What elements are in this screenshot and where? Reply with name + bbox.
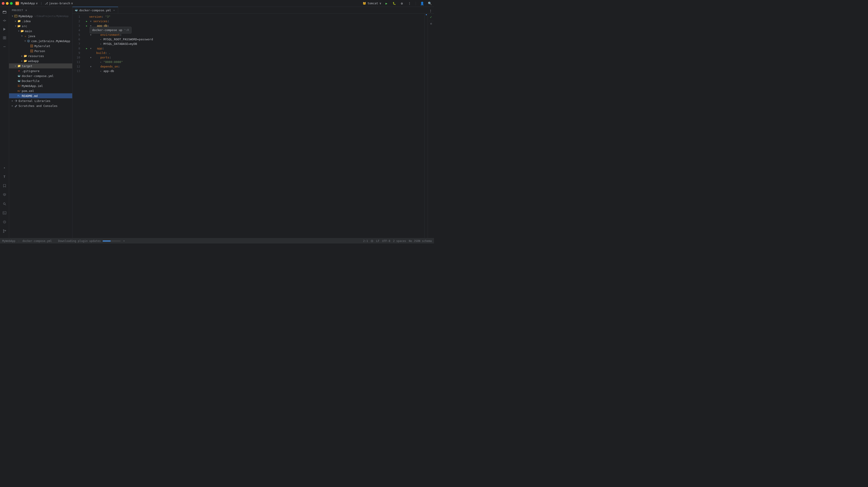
editor-area: 🐳 docker-compose.yml × ⋮ 1 2 3 4 5 6 7 8…	[72, 7, 434, 238]
run-gutter-btn-2[interactable]: ▶	[85, 20, 88, 23]
minimize-button[interactable]	[6, 2, 9, 5]
status-encoding-label: UTF-8	[382, 239, 390, 243]
main-layout: ⋯ ✦ T	[0, 7, 434, 238]
bookmark-icon	[3, 184, 6, 187]
activity-run[interactable]	[1, 25, 8, 33]
status-project[interactable]: MyWebApp	[2, 239, 16, 243]
tree-item-webapp[interactable]: ▶ 📂 webapp	[9, 58, 72, 63]
run-gutter-btn-3[interactable]: ▶	[85, 24, 88, 27]
tree-item-docker-compose[interactable]: ▶ 🐳 docker-compose.yml	[9, 73, 72, 79]
status-bar-left: MyWebApp › docker-compose.yml Downloadin…	[2, 239, 126, 243]
tab-bar: 🐳 docker-compose.yml × ⋮	[72, 7, 434, 13]
tab-label: docker-compose.yml	[79, 9, 111, 12]
expand-arrow: ▶	[11, 104, 14, 108]
activity-clock[interactable]	[1, 218, 8, 226]
fold-btn-12[interactable]: ▼	[89, 65, 92, 68]
run-config-selector[interactable]: 🐱 tomcat ∨	[363, 2, 381, 5]
tree-item-myservlet[interactable]: ▶ MyServlet	[9, 43, 72, 49]
vcs-icon	[371, 240, 373, 242]
tree-item-iml[interactable]: ▶ IJ MyWebApp.iml	[9, 83, 72, 88]
tab-docker-compose[interactable]: 🐳 docker-compose.yml ×	[72, 7, 118, 13]
gitignore-icon: ⊘	[17, 69, 21, 73]
code-line-3: ▶ ▼ app-db:	[85, 24, 425, 28]
activity-search[interactable]	[1, 200, 8, 208]
expand-arrow: ▼	[24, 39, 27, 42]
close-button[interactable]	[2, 2, 4, 5]
user-button[interactable]: 👤	[420, 1, 425, 6]
tree-item-pom[interactable]: ▶ m/ pom.xml	[9, 88, 72, 93]
expand-arrow: ▶	[11, 99, 14, 102]
status-cancel-btn[interactable]: ×	[122, 239, 126, 243]
tree-item-person[interactable]: ▶ Person	[9, 49, 72, 54]
right-gutter[interactable]	[425, 13, 428, 238]
layers-icon	[3, 193, 6, 196]
svg-point-22	[31, 51, 32, 52]
tooltip-popup: docker-compose up ⌃⇧R	[90, 27, 131, 33]
gutter-mark-1	[426, 14, 427, 15]
activity-font[interactable]: T	[1, 173, 8, 181]
run-gutter-btn-8[interactable]: ▶	[85, 47, 88, 50]
activity-layers[interactable]	[1, 191, 8, 199]
search-button[interactable]: 🔍	[427, 1, 432, 6]
tree-item-external-libs[interactable]: ▶ External Libraries	[9, 98, 72, 103]
tree-item-java[interactable]: ▼ ☕ java	[9, 33, 72, 38]
status-line-ending[interactable]: LF	[376, 239, 379, 243]
tree-item-src[interactable]: ▼ 📂 src	[9, 24, 72, 29]
tree-item-dockerfile[interactable]: ▶ 🐳 Dockerfile	[9, 79, 72, 83]
status-cursor[interactable]: 2:1	[363, 239, 368, 243]
debug-button[interactable]: 🐛	[392, 1, 397, 6]
tree-item-scratches[interactable]: ▶ Scratches and Consoles	[9, 103, 72, 108]
more-actions-button[interactable]: ⋮	[407, 1, 412, 6]
maximize-button[interactable]	[10, 2, 13, 5]
tab-close-btn[interactable]: ×	[113, 9, 116, 12]
expand-arrow: ▶	[14, 64, 17, 67]
activity-more[interactable]: ⋯	[1, 42, 8, 50]
fold-btn-2[interactable]: ▼	[89, 20, 92, 23]
sidebar-tree[interactable]: ▼ MyWebApp ~/IdeaProjects/MyWebApp ▶ 📁 .…	[9, 13, 72, 238]
code-line-12: ▼ depends_on:	[85, 64, 425, 69]
src-folder-icon: 📂	[17, 24, 21, 28]
activity-plugins[interactable]	[1, 34, 8, 42]
activity-ai[interactable]: ✦	[1, 164, 8, 172]
status-vcs[interactable]	[371, 240, 373, 242]
code-area[interactable]: docker-compose up ⌃⇧R version: "3" ▶ ▼ s…	[83, 13, 425, 238]
activity-project[interactable]	[1, 8, 8, 16]
activity-git[interactable]	[1, 227, 8, 235]
status-file[interactable]: docker-compose.yml	[23, 239, 52, 243]
status-indent[interactable]: 2 spaces	[393, 239, 406, 243]
tree-item-package[interactable]: ▼ com.jetbrains.MyWebApp	[9, 38, 72, 43]
run-button[interactable]: ▶	[384, 1, 389, 6]
activity-commit[interactable]	[1, 17, 8, 25]
activity-bookmark[interactable]	[1, 182, 8, 190]
fold-btn-5[interactable]: ▼	[89, 33, 92, 36]
fold-btn-8[interactable]: ▼	[89, 47, 92, 50]
status-downloading-text: Downloading plugin updates	[58, 239, 101, 243]
status-encoding[interactable]: UTF-8	[382, 239, 390, 243]
tree-item-resources[interactable]: ▶ 📂 resources	[9, 54, 72, 58]
activity-terminal[interactable]	[1, 209, 8, 217]
branch-chevron: ∨	[71, 2, 73, 5]
fold-btn-10[interactable]: ▼	[89, 56, 92, 59]
tree-item-mywebapp[interactable]: ▼ MyWebApp ~/IdeaProjects/MyWebApp	[9, 13, 72, 19]
branch-selector[interactable]: ⎇ javax-branch ∨	[45, 2, 73, 5]
project-selector[interactable]: MyWebApp ∨	[21, 2, 38, 5]
editor-more-btn[interactable]: ⋮	[428, 8, 433, 13]
activity-bar-bottom: ✦ T	[1, 163, 8, 237]
svg-point-14	[3, 230, 4, 231]
sidebar: Project ∨ ▼ MyWebApp ~/IdeaProjects/MyWe…	[9, 7, 72, 238]
status-schema[interactable]: No JSON schema	[409, 239, 432, 243]
expand-arrow: ▼	[14, 25, 17, 28]
dockerfile-icon: 🐳	[17, 79, 21, 83]
tree-item-idea[interactable]: ▶ 📁 .idea	[9, 19, 72, 24]
status-indent-label: 2 spaces	[393, 239, 406, 243]
folder-icon: 📁	[17, 19, 21, 23]
settings-button[interactable]: ⚙	[399, 1, 404, 6]
tree-item-readme[interactable]: ▶ M↓ README.md	[9, 93, 72, 98]
tree-item-main[interactable]: ▼ 📂 main	[9, 29, 72, 33]
markdown-icon: M↓	[17, 94, 21, 98]
plugin-icon	[3, 36, 6, 40]
tree-item-target[interactable]: ▶ 📁 target	[9, 63, 72, 68]
editor-right-icon-1[interactable]: m	[430, 23, 433, 25]
check-icon[interactable]: ✓	[429, 14, 434, 20]
tree-item-gitignore[interactable]: ▶ ⊘ .gitignore	[9, 68, 72, 73]
